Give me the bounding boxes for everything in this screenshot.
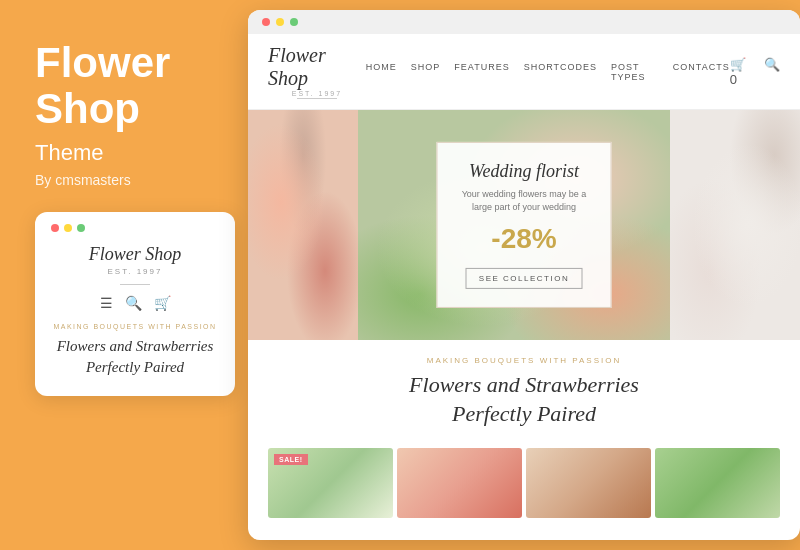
theme-subtitle: Theme (35, 140, 218, 166)
mobile-nav: ☰ 🔍 🛒 (51, 295, 219, 311)
dot-yellow (64, 224, 72, 232)
mobile-est: EST. 1997 (51, 267, 219, 276)
product-thumb-2[interactable] (397, 448, 522, 518)
browser-dot-green (290, 18, 298, 26)
mobile-tagline: Making Bouquets with Passion (51, 323, 219, 330)
browser-dot-red (262, 18, 270, 26)
product-thumb-3[interactable] (526, 448, 651, 518)
theme-author: By cmsmasters (35, 172, 218, 188)
browser-bar (248, 10, 800, 34)
dot-green (77, 224, 85, 232)
shop-logo: Flower Shop (268, 44, 366, 90)
shop-logo-est: EST. 1997 (268, 90, 366, 97)
dot-red (51, 224, 59, 232)
nav-features[interactable]: FEATURES (454, 62, 509, 82)
nav-home[interactable]: HOME (366, 62, 397, 82)
hamburger-icon: ☰ (100, 295, 113, 311)
nav-cart-icon[interactable]: 🛒 0 (730, 57, 754, 87)
mobile-card-dots (51, 224, 219, 232)
browser-panel: Flower Shop EST. 1997 HOME SHOP FEATURES… (248, 10, 800, 540)
product-thumb-1[interactable]: SALE! (268, 448, 393, 518)
mobile-logo-underline (120, 284, 150, 285)
shop-logo-line (297, 98, 337, 99)
shop-nav: Flower Shop EST. 1997 HOME SHOP FEATURES… (248, 34, 800, 110)
hero-image-left (248, 110, 358, 340)
nav-shop[interactable]: SHOP (411, 62, 441, 82)
content-tagline: Making Bouquets with Passion (268, 356, 780, 365)
browser-content: Flower Shop EST. 1997 HOME SHOP FEATURES… (248, 34, 800, 540)
hero-area: Wedding florist Your wedding flowers may… (248, 110, 800, 340)
hero-promo-subtitle: Your wedding flowers may be a large part… (462, 188, 587, 213)
left-panel: Flower Shop Theme By cmsmasters Flower S… (0, 0, 248, 550)
nav-search-icon[interactable]: 🔍 (764, 57, 780, 87)
shop-nav-icons: 🛒 0 🔍 (730, 57, 780, 87)
content-section: Making Bouquets with Passion Flowers and… (248, 340, 800, 438)
product-row: SALE! (248, 438, 800, 518)
hero-promo-title: Wedding florist (462, 161, 587, 182)
mobile-heading: Flowers and Strawberries Perfectly Paire… (51, 336, 219, 378)
mobile-preview-card: Flower Shop EST. 1997 ☰ 🔍 🛒 Making Bouqu… (35, 212, 235, 396)
browser-dot-yellow (276, 18, 284, 26)
nav-contacts[interactable]: CONTACTS (673, 62, 730, 82)
hero-see-collection-button[interactable]: SEE COLLECTION (466, 268, 582, 289)
hero-discount-badge: -28% (462, 223, 587, 255)
mobile-logo: Flower Shop (51, 244, 219, 265)
content-heading: Flowers and Strawberries Perfectly Paire… (268, 371, 780, 428)
shop-logo-group: Flower Shop EST. 1997 (268, 44, 366, 99)
nav-post-types[interactable]: POST TYPES (611, 62, 659, 82)
cart-icon: 🛒 (154, 295, 171, 311)
product-thumb-4[interactable] (655, 448, 780, 518)
hero-promo-card: Wedding florist Your wedding flowers may… (437, 142, 612, 308)
sale-badge: SALE! (274, 454, 308, 465)
hero-image-right (670, 110, 800, 340)
nav-shortcodes[interactable]: SHORTCODES (524, 62, 597, 82)
search-icon: 🔍 (125, 295, 142, 311)
theme-title: Flower Shop (35, 40, 218, 132)
shop-nav-links: HOME SHOP FEATURES SHORTCODES POST TYPES… (366, 62, 730, 82)
